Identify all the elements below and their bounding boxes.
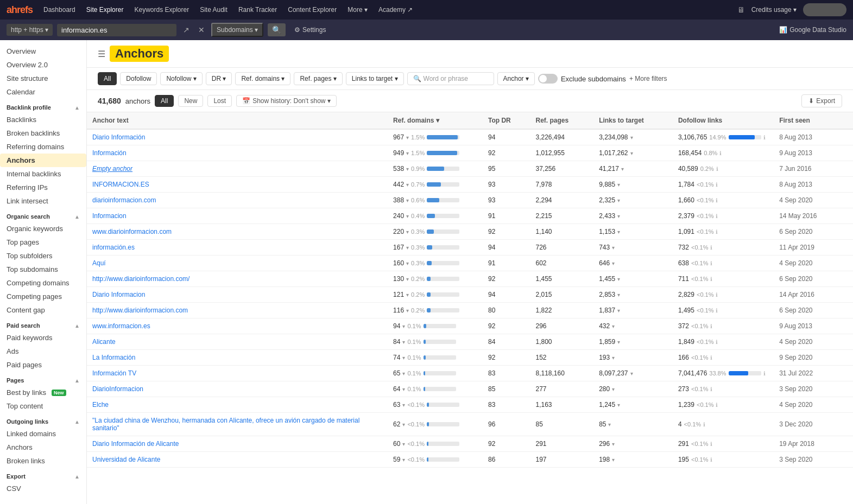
dofollow-info-icon[interactable]: ℹ (703, 422, 705, 428)
anchor-link[interactable]: Información (92, 149, 127, 157)
sidebar-item-top-subfolders[interactable]: Top subfolders (0, 249, 86, 263)
filter-nofollow-button[interactable]: Nofollow ▾ (160, 72, 202, 85)
tab-all[interactable]: All (155, 95, 174, 107)
anchor-link[interactable]: http://www.diarioinformacion.com/ (92, 275, 189, 283)
ref-domains-dropdown[interactable]: ▾ (402, 339, 405, 345)
nav-dashboard[interactable]: Dashboard (39, 4, 80, 16)
sidebar-item-paid-keywords[interactable]: Paid keywords (0, 331, 86, 344)
sidebar-item-anchors[interactable]: Anchors (0, 154, 86, 167)
user-avatar[interactable] (803, 3, 846, 16)
nav-academy[interactable]: Academy ↗ (374, 4, 417, 16)
dofollow-info-icon[interactable]: ℹ (716, 308, 718, 314)
links-dropdown[interactable]: ▾ (612, 323, 615, 329)
ref-domains-dropdown[interactable]: ▾ (406, 292, 409, 298)
links-dropdown[interactable]: ▾ (617, 197, 620, 203)
sidebar-item-competing-domains[interactable]: Competing domains (0, 276, 86, 290)
google-data-studio-button[interactable]: 📊 Google Data Studio (779, 26, 846, 34)
col-header-links-to-target[interactable]: Links to target (593, 112, 673, 129)
links-dropdown[interactable]: ▾ (612, 355, 615, 361)
history-button[interactable]: 📅 Show history: Don't show ▾ (236, 95, 337, 107)
ref-domains-dropdown[interactable]: ▾ (406, 135, 409, 141)
links-dropdown[interactable]: ▾ (617, 402, 620, 408)
ref-domains-dropdown[interactable]: ▾ (402, 422, 405, 428)
dofollow-info-icon[interactable]: ℹ (710, 386, 712, 392)
col-header-top-dr[interactable]: Top DR (483, 112, 530, 129)
dofollow-info-icon[interactable]: ℹ (716, 402, 718, 408)
links-dropdown[interactable]: ▾ (630, 371, 633, 377)
sidebar-item-paid-pages[interactable]: Paid pages (0, 358, 86, 372)
anchor-link[interactable]: Diario Información de Alicante (92, 440, 179, 448)
dofollow-info-icon[interactable]: ℹ (716, 213, 718, 219)
nav-site-explorer[interactable]: Site Explorer (82, 4, 128, 16)
url-input[interactable] (57, 24, 176, 36)
ref-domains-dropdown[interactable]: ▾ (406, 276, 409, 282)
ref-domains-dropdown[interactable]: ▾ (402, 355, 405, 361)
anchor-link[interactable]: Información TV (92, 369, 136, 377)
col-header-ref-pages[interactable]: Ref. pages (530, 112, 593, 129)
tab-lost[interactable]: Lost (207, 95, 232, 107)
anchor-link[interactable]: www.informacion.es (92, 322, 150, 330)
dofollow-info-icon[interactable]: ℹ (763, 135, 766, 141)
links-dropdown[interactable]: ▾ (617, 213, 620, 219)
ref-domains-dropdown[interactable]: ▾ (406, 229, 409, 235)
nav-keywords-explorer[interactable]: Keywords Explorer (130, 4, 193, 16)
ref-domains-dropdown[interactable]: ▾ (406, 213, 409, 219)
sidebar-item-anchors-out[interactable]: Anchors (0, 441, 86, 454)
ref-domains-dropdown[interactable]: ▾ (406, 182, 409, 188)
ref-domains-dropdown[interactable]: ▾ (406, 166, 409, 172)
ref-domains-dropdown[interactable]: ▾ (402, 457, 405, 463)
ref-domains-dropdown[interactable]: ▾ (402, 323, 405, 329)
sidebar-item-top-content[interactable]: Top content (0, 399, 86, 413)
links-dropdown[interactable]: ▾ (608, 422, 611, 428)
filter-all-button[interactable]: All (98, 72, 117, 85)
sidebar-item-organic-keywords[interactable]: Organic keywords (0, 222, 86, 235)
sidebar-item-broken-links[interactable]: Broken links (0, 454, 86, 468)
sidebar-item-referring-ips[interactable]: Referring IPs (0, 181, 86, 194)
sidebar-item-backlinks[interactable]: Backlinks (0, 113, 86, 126)
protocol-selector[interactable]: http + https ▾ (7, 24, 53, 36)
anchor-link[interactable]: Diario Información (92, 133, 145, 141)
col-header-dofollow-links[interactable]: Dofollow links (673, 112, 774, 129)
anchor-link[interactable]: Informacion (92, 212, 127, 220)
filter-dofollow-button[interactable]: Dofollow (120, 72, 157, 85)
filter-anchor-button[interactable]: Anchor ▾ (497, 72, 535, 85)
links-dropdown[interactable]: ▾ (617, 308, 620, 314)
filter-ref-domains-button[interactable]: Ref. domains ▾ (235, 72, 290, 85)
links-dropdown[interactable]: ▾ (617, 229, 620, 235)
links-dropdown[interactable]: ▾ (612, 441, 615, 447)
links-dropdown[interactable]: ▾ (612, 386, 615, 392)
sidebar-item-overview2[interactable]: Overview 2.0 (0, 58, 86, 72)
links-dropdown[interactable]: ▾ (617, 339, 620, 345)
dofollow-info-icon[interactable]: ℹ (716, 197, 718, 203)
search-filter[interactable]: 🔍 Word or phrase (407, 72, 494, 85)
ref-domains-dropdown[interactable]: ▾ (402, 386, 405, 392)
ref-domains-dropdown[interactable]: ▾ (406, 197, 409, 203)
anchor-link[interactable]: La Información (92, 354, 135, 361)
dofollow-info-icon[interactable]: ℹ (763, 371, 766, 377)
section-export[interactable]: Export ▲ (0, 468, 86, 482)
sidebar-item-site-structure[interactable]: Site structure (0, 72, 86, 85)
sidebar-item-referring-domains[interactable]: Referring domains (0, 140, 86, 154)
sidebar-item-internal-backlinks[interactable]: Internal backlinks (0, 167, 86, 181)
nav-site-audit[interactable]: Site Audit (195, 4, 232, 16)
anchor-link[interactable]: "La ciudad china de Wenzhou, hermanada c… (92, 417, 359, 432)
anchor-link[interactable]: DiarioInformacion (92, 385, 143, 393)
anchor-link[interactable]: información.es (92, 244, 135, 251)
links-dropdown[interactable]: ▾ (617, 276, 620, 282)
section-paid-search[interactable]: Paid search ▲ (0, 317, 86, 331)
sidebar-item-top-pages[interactable]: Top pages (0, 235, 86, 249)
sidebar-item-link-intersect[interactable]: Link intersect (0, 194, 86, 208)
dofollow-info-icon[interactable]: ℹ (710, 260, 712, 266)
exclude-subdomains-toggle[interactable] (538, 74, 558, 84)
dofollow-info-icon[interactable]: ℹ (710, 276, 712, 282)
sidebar-item-best-by-links[interactable]: Best by links New (0, 386, 86, 399)
filter-links-to-target-button[interactable]: Links to target ▾ (346, 72, 404, 85)
anchor-link[interactable]: Aquí (92, 259, 106, 267)
anchor-link[interactable]: Diario Informacion (92, 291, 145, 298)
sidebar-item-linked-domains[interactable]: Linked domains (0, 427, 86, 441)
ref-domains-dropdown[interactable]: ▾ (402, 371, 405, 377)
section-pages[interactable]: Pages ▲ (0, 372, 86, 386)
subdomains-selector[interactable]: Subdomains ▾ (211, 23, 263, 37)
dofollow-info-icon[interactable]: ℹ (716, 182, 718, 188)
ref-domains-dropdown[interactable]: ▾ (406, 308, 409, 314)
